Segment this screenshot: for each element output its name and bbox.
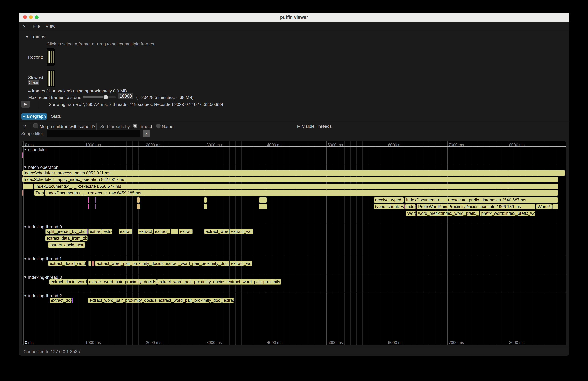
zoom-button[interactable] <box>35 15 39 19</box>
scope-bar[interactable] <box>416 204 416 210</box>
tab-stats[interactable]: Stats <box>50 113 62 120</box>
flamegraph-panel[interactable]: 0 ms0 ms1000 ms1000 ms2000 ms2000 ms3000… <box>22 142 566 345</box>
time-tick-label: 4000 ms <box>267 340 282 345</box>
scope-bar[interactable]: extract_docid_word <box>49 279 87 285</box>
app-window: puffin viewer ☀ File View ▼Frames Click … <box>19 13 569 356</box>
scope-bar[interactable] <box>92 261 94 266</box>
theme-toggle-icon[interactable]: ☀ <box>22 24 26 29</box>
scope-bar[interactable] <box>95 204 96 210</box>
scope-bar[interactable] <box>404 204 405 210</box>
scope-bar[interactable] <box>72 297 73 303</box>
scope-bar[interactable] <box>88 204 89 210</box>
scope-filter-input[interactable] <box>47 130 140 137</box>
scope-bar[interactable]: word_prefix::index_word_prefix_ <box>417 211 479 216</box>
play-button[interactable]: ▶ <box>21 101 30 107</box>
scope-bar[interactable] <box>137 197 140 203</box>
scope-bar[interactable]: Word <box>406 211 416 216</box>
merge-children-label[interactable]: Merge children with same ID <box>40 124 95 129</box>
scope-bar[interactable]: IndexDocuments<_, _>::execute 8656.677 m… <box>34 184 558 189</box>
scope-filter-label: Scope filter: <box>21 131 44 136</box>
close-button[interactable] <box>23 15 27 19</box>
scope-bar[interactable]: extract <box>179 229 193 234</box>
scope-bar[interactable]: extract_word_pair_proximity_docids::extr… <box>88 297 222 303</box>
separator <box>19 121 569 121</box>
scope-bar[interactable]: Trans <box>34 190 44 196</box>
scope-bar[interactable] <box>204 204 207 210</box>
time-tick-label: 7000 ms <box>449 340 464 345</box>
scope-bar[interactable]: extract <box>88 229 102 234</box>
sort-direction-arrow-icon[interactable]: ⬇ <box>149 124 153 129</box>
help-button[interactable]: ? <box>23 124 26 129</box>
scope-bar[interactable]: extract_word_pair_proximity_docids <box>88 279 157 285</box>
scope-bar[interactable]: extract_word <box>204 229 230 234</box>
scope-bar[interactable]: typed_chunk::w <box>374 204 404 210</box>
scope-bar[interactable]: extrac <box>222 297 234 303</box>
scope-bar[interactable]: receive_typed_ <box>374 197 404 203</box>
merge-children-checkbox[interactable] <box>33 123 38 128</box>
connection-status: Connected to 127.0.0.1:8585 <box>23 349 80 354</box>
scope-bar[interactable]: extract_word_pair_proximity_docids::extr… <box>157 279 281 285</box>
scope-bar[interactable] <box>259 204 267 210</box>
slowest-frames-thumbnail[interactable] <box>47 70 55 87</box>
scope-bar[interactable] <box>259 197 267 203</box>
sort-time-radio[interactable] <box>133 124 137 128</box>
scope-bar[interactable]: extract_wo <box>230 229 253 234</box>
scope-bar[interactable]: extract_docid_word <box>48 242 85 248</box>
recent-frames-thumbnail[interactable] <box>47 48 55 66</box>
menu-view[interactable]: View <box>46 24 55 29</box>
scope-bar[interactable] <box>552 204 558 210</box>
scope-bar[interactable] <box>95 197 96 203</box>
scope-bar[interactable]: PrefixWordPairsProximityDocids::execute … <box>417 204 535 210</box>
scope-bar[interactable] <box>204 197 207 203</box>
scope-bar[interactable]: extract_ <box>153 229 170 234</box>
clear-filter-button[interactable]: x <box>143 130 150 137</box>
scope-bar[interactable]: index <box>405 204 416 210</box>
thread-section-header[interactable]: ▼batch-operation <box>24 165 59 170</box>
scope-bar[interactable] <box>171 229 178 234</box>
slider-knob[interactable] <box>103 94 108 100</box>
frames-section-header[interactable]: ▼Frames <box>25 34 45 39</box>
scope-bar[interactable] <box>22 152 23 158</box>
scope-bar[interactable]: IndexDocuments<_, _>::execute_raw 8459.1… <box>45 190 558 196</box>
time-tick-label: 1000 ms <box>85 340 101 345</box>
scope-bar[interactable]: extract_ <box>138 229 153 234</box>
minimize-button[interactable] <box>29 15 33 19</box>
max-frames-label: Max recent frames to store: <box>28 95 81 100</box>
scope-bar[interactable]: extrac <box>119 229 132 234</box>
scope-bar[interactable]: extract_doc <box>49 297 72 303</box>
scope-bar[interactable] <box>416 211 416 216</box>
frame-mini-bar <box>53 51 54 64</box>
scope-bar[interactable]: extract_docid_word <box>48 261 86 266</box>
scope-bar[interactable] <box>87 229 88 234</box>
clear-button[interactable]: Clear <box>28 80 39 85</box>
collapse-triangle-icon: ▼ <box>24 294 27 297</box>
scope-bar[interactable] <box>88 261 91 266</box>
scope-bar[interactable] <box>23 184 33 189</box>
scope-bar[interactable]: WordPr <box>536 204 552 210</box>
indent-line <box>27 40 27 99</box>
sort-name-label[interactable]: Name <box>162 124 173 129</box>
scope-bar[interactable]: IndexScheduler>::apply_index_operation 8… <box>22 177 558 182</box>
scope-bar[interactable]: IndexScheduler>::process_batch 8953.821 … <box>22 170 565 176</box>
scope-bar[interactable]: IndexDocuments<_, _>::execute_prefix_dat… <box>405 197 558 203</box>
sort-threads-label: Sort threads by: <box>100 124 131 129</box>
scope-bar[interactable]: split_grenad_by_chun <box>45 229 87 234</box>
scope-bar[interactable]: extract_wo <box>230 261 252 266</box>
scope-bar[interactable]: extract_word_pair_proximity_docids::extr… <box>95 261 229 266</box>
scope-bar[interactable] <box>88 197 89 203</box>
time-tick-label: 2000 ms <box>146 340 161 345</box>
tab-flamegraph[interactable]: Flamegraph <box>21 113 47 120</box>
collapse-triangle-icon: ▼ <box>24 166 27 169</box>
sort-name-radio[interactable] <box>156 124 161 128</box>
menu-file[interactable]: File <box>33 24 40 29</box>
scope-bar[interactable]: extract::data_from_ob <box>45 235 88 241</box>
max-frames-value[interactable]: 18000 <box>119 93 133 99</box>
scope-bar[interactable] <box>137 204 140 210</box>
scope-bar[interactable] <box>22 190 23 196</box>
scope-bar[interactable]: extra <box>102 229 112 234</box>
scope-bar[interactable]: prefix_word::index_prefix_wo <box>480 211 535 216</box>
thread-section-header[interactable]: ▼scheduler <box>24 147 47 152</box>
sort-time-label[interactable]: Time <box>139 124 148 129</box>
visible-threads-header[interactable]: ▶ Visible Threads <box>297 124 332 129</box>
max-frames-slider[interactable] <box>83 96 116 98</box>
